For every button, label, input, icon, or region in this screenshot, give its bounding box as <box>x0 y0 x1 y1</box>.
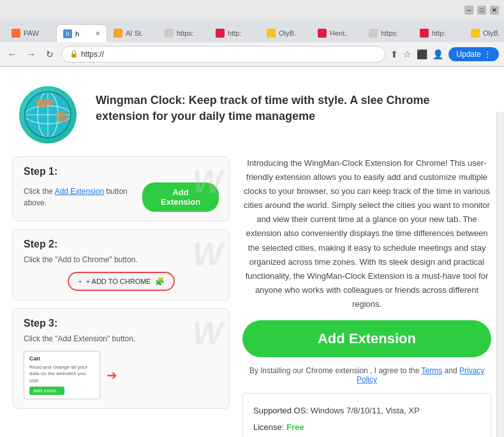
profile-icon[interactable]: 👤 <box>433 49 443 59</box>
address-text: https:// <box>81 50 104 59</box>
tab-https3-title: https: <box>381 29 398 37</box>
step-3-card: W Step 3: Click the "Add Extension" butt… <box>13 308 230 409</box>
share-icon[interactable]: ⬆ <box>390 49 398 59</box>
chrome-plus-icon: + <box>78 278 82 285</box>
main-area: W Step 1: Click the Add Extension button… <box>0 156 504 437</box>
install-note: By Installing our Chrome extension , I a… <box>242 366 491 384</box>
tab-bar: PAW h h ✕ AI St. https: http: OlyB. Hent… <box>0 20 504 42</box>
dialog-title: Can <box>29 355 94 362</box>
tab-https3-favicon <box>369 29 378 38</box>
tab-http4[interactable]: http: <box>413 24 464 42</box>
window-controls: ─ □ ✕ <box>464 6 499 15</box>
update-chevron: ⋮ <box>484 50 491 59</box>
add-extension-big-button[interactable]: Add Extension <box>242 320 491 357</box>
tab-hent-favicon <box>318 29 327 38</box>
tab-paw-title: PAW <box>24 29 39 37</box>
step-3-desc: Click the "Add Extension" button. <box>24 333 219 344</box>
step-1-desc-prefix: Click the <box>24 187 55 196</box>
tab-h[interactable]: h h ✕ <box>56 24 107 42</box>
page-content: Wingman Clock: Keep track of time with s… <box>0 67 504 437</box>
tab-https1-title: https: <box>177 29 194 37</box>
step-1-content: Click the Add Extension button above. Ad… <box>24 182 219 212</box>
update-label: Update <box>456 50 481 59</box>
tab-olyb2-title: OlyB. <box>483 29 500 37</box>
tab-ai-title: AI St. <box>126 29 143 37</box>
tab-h-title: h <box>75 30 79 38</box>
scrollbar[interactable] <box>496 112 504 437</box>
info-os-row: Supported OS: Windows 7/8/10/11, Vista, … <box>253 403 480 419</box>
info-license-row: License: Free <box>253 419 480 436</box>
tab-http4-title: http: <box>432 29 445 37</box>
tab-http2-favicon <box>216 29 225 38</box>
step-1-link[interactable]: Add Extension <box>55 187 104 196</box>
tab-ai[interactable]: AI St. <box>107 24 158 42</box>
forward-button[interactable]: → <box>24 48 38 61</box>
tab-olyb1[interactable]: OlyB. <box>260 24 311 42</box>
reload-button[interactable]: ↻ <box>43 48 56 61</box>
extension-icon[interactable]: ⬛ <box>417 49 427 59</box>
chrome-btn-mock: + + ADD TO CHROME 🧩 <box>68 272 174 291</box>
step-2-chrome: + + ADD TO CHROME 🧩 <box>24 272 219 291</box>
globe-svg <box>22 89 73 140</box>
description-column: Introducing the WingMan-Clock Extension … <box>242 156 491 437</box>
title-bar: ─ □ ✕ <box>0 0 504 20</box>
tab-hent[interactable]: Hent. <box>311 24 362 42</box>
os-value: Windows 7/8/10/11, Vista, XP <box>311 406 420 415</box>
back-button[interactable]: ← <box>5 48 19 61</box>
top-section: Wingman Clock: Keep track of time with s… <box>0 67 504 156</box>
step-3-title: Step 3: <box>24 318 219 329</box>
terms-link[interactable]: Terms <box>422 366 443 375</box>
tab-h-close[interactable]: ✕ <box>95 30 100 37</box>
tab-http4-favicon <box>420 29 429 38</box>
os-label: Supported OS: <box>253 406 308 415</box>
license-value: Free <box>286 422 304 432</box>
update-button[interactable]: Update ⋮ <box>448 47 499 61</box>
page-wrapper: Wingman Clock: Keep track of time with s… <box>0 67 504 437</box>
steps-column: W Step 1: Click the Add Extension button… <box>13 156 230 437</box>
tab-hent-title: Hent. <box>330 29 346 37</box>
description-text: Introducing the WingMan-Clock Extension … <box>242 156 491 311</box>
step-2-title: Step 2: <box>24 239 219 250</box>
step-2-card: W Step 2: Click the "Add to Chrome" butt… <box>13 229 230 300</box>
address-bar: ← → ↻ 🔒 https:// ⬆ ☆ ⬛ 👤 Update ⋮ <box>0 42 504 66</box>
tab-olyb2[interactable]: OlyB. <box>464 24 504 42</box>
page-headline: Wingman Clock: Keep track of time with s… <box>96 86 485 124</box>
dialog-mock: Can Read and change all your data on the… <box>24 351 100 399</box>
chrome-btn-label: + ADD TO CHROME <box>86 278 151 285</box>
step-1-desc: Click the Add Extension button above. <box>24 186 142 209</box>
tab-olyb2-favicon <box>471 29 480 38</box>
bookmark-icon[interactable]: ☆ <box>403 49 411 59</box>
tab-ai-favicon <box>114 29 122 38</box>
minimize-button[interactable]: ─ <box>464 6 473 15</box>
tab-https1-favicon <box>165 29 174 38</box>
info-box: Supported OS: Windows 7/8/10/11, Vista, … <box>242 393 491 437</box>
tab-h-favicon: h <box>63 29 72 38</box>
browser-frame: ─ □ ✕ PAW h h ✕ AI St. https: http: <box>0 0 504 67</box>
tab-olyb1-favicon <box>267 29 276 38</box>
step-1-card: W Step 1: Click the Add Extension button… <box>13 156 230 221</box>
address-input[interactable]: 🔒 https:// <box>61 46 385 63</box>
dialog-add-btn: Add exten... <box>29 387 64 395</box>
chrome-puzzle-icon: 🧩 <box>155 277 165 286</box>
install-note-and: and <box>445 366 457 375</box>
logo-globe <box>19 86 77 144</box>
close-button[interactable]: ✕ <box>490 6 499 15</box>
tab-https3[interactable]: https: <box>362 24 413 42</box>
step-1-title: Step 1: <box>24 166 219 177</box>
step-1-add-btn[interactable]: Add Extension <box>142 182 219 212</box>
tab-olyb1-title: OlyB. <box>279 29 296 37</box>
tab-paw[interactable]: PAW <box>5 24 56 42</box>
step-2-desc: Click the "Add to Chrome" button. <box>24 254 219 265</box>
logo-area <box>19 86 77 144</box>
toolbar-icons: ⬆ ☆ ⬛ 👤 Update ⋮ <box>390 47 499 61</box>
maximize-button[interactable]: □ <box>477 6 486 15</box>
dialog-text: Read and change all your data on the web… <box>29 364 94 384</box>
step-3-preview: Can Read and change all your data on the… <box>24 351 219 399</box>
tab-https1[interactable]: https: <box>158 24 209 42</box>
arrow-icon: ➔ <box>107 367 117 383</box>
tab-http2[interactable]: http: <box>209 24 260 42</box>
license-label: License: <box>253 422 284 432</box>
lock-icon: 🔒 <box>70 50 78 58</box>
install-note-prefix: By Installing our Chrome extension , I a… <box>249 366 422 375</box>
tab-paw-favicon <box>11 29 20 38</box>
